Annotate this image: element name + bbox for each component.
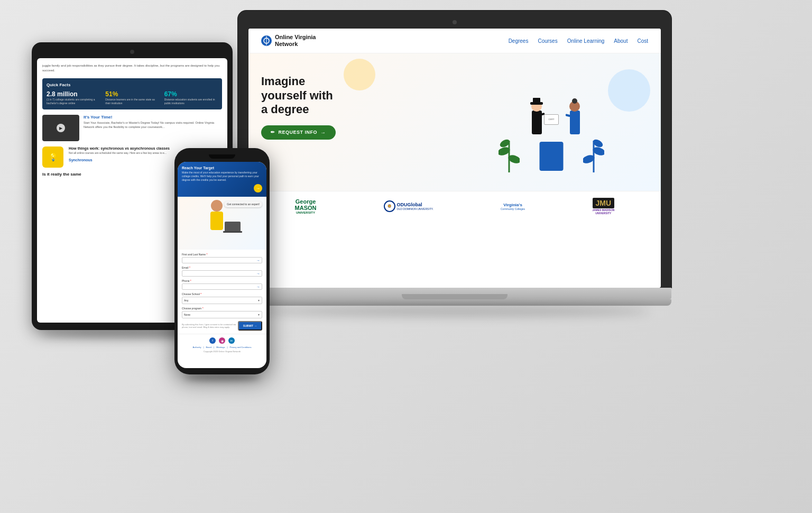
podium [540, 142, 564, 171]
virginia-logo: Virginia's Community Colleges [501, 203, 525, 210]
site-header: Online Virginia Network Degrees Courses … [248, 29, 661, 53]
phone-footer: f ◉ in Authority | Board | Meetings | Pr… [178, 334, 266, 356]
plant-left-icon [499, 130, 520, 172]
laptop-camera [453, 20, 457, 24]
laptop-screen: Online Virginia Network Degrees Courses … [248, 29, 661, 288]
logo-icon [261, 35, 272, 46]
arrow-icon: → [320, 130, 326, 135]
presenter-figure [566, 96, 584, 143]
svg-rect-21 [210, 212, 223, 230]
phone-content: Reach Your Target Make the most of your … [178, 162, 266, 368]
board-link[interactable]: Board [206, 346, 211, 349]
sync-text: How things work: synchronous vs asynchro… [69, 146, 170, 162]
quick-fact-2: 51% Distance learners are in the same st… [105, 90, 159, 105]
phone-illustration: Get connected to an expert! [178, 197, 266, 250]
phone-device: Reach Your Target Make the most of your … [174, 148, 270, 374]
privacy-link[interactable]: Privacy and Conditions [229, 346, 251, 349]
jmu-logo: JMU JAMES MADISONUNIVERSITY [592, 198, 614, 215]
tablet-text-block: juggle family and job responsibilities a… [42, 63, 222, 73]
nav-courses[interactable]: Courses [538, 38, 557, 44]
graduate-figure [528, 96, 546, 143]
social-links: f ◉ in [182, 337, 262, 344]
get-connected-bubble: Get connected to an expert! [224, 201, 262, 207]
nav-degrees[interactable]: Degrees [509, 38, 529, 44]
footer-links: Authority | Board | Meetings | Privacy a… [182, 346, 262, 349]
select-arrow-icon: ▼ [257, 299, 260, 302]
laptop-device: Online Virginia Network Degrees Courses … [238, 11, 671, 306]
tablet-video-section: ▶ It's Your Time! Start Your Associate, … [42, 115, 222, 141]
authority-link[interactable]: Authority [193, 346, 201, 349]
request-icon: ✏ [271, 130, 275, 135]
site-logo: Online Virginia Network [261, 34, 316, 48]
scene: Online Virginia Network Degrees Courses … [0, 0, 812, 513]
video-thumbnail[interactable]: ▶ [42, 115, 79, 141]
tablet-camera [130, 50, 134, 54]
svg-rect-23 [223, 231, 242, 233]
linkedin-icon[interactable]: in [228, 337, 235, 344]
svg-rect-22 [225, 222, 241, 232]
field-name-input[interactable] [182, 257, 262, 263]
quick-fact-1: 2.8 million (1 in 7) college students ar… [47, 90, 100, 105]
facebook-icon[interactable]: f [209, 337, 216, 344]
quick-facts-grid: 2.8 million (1 in 7) college students ar… [47, 90, 218, 105]
phone-screen: Reach Your Target Make the most of your … [178, 162, 266, 368]
svg-rect-16 [570, 111, 580, 134]
nav-about[interactable]: About [614, 38, 628, 44]
site-nav: Degrees Courses Online Learning About Co… [509, 38, 648, 44]
partner-logos: George MASON UNIVERSITY 🦁 ODUGlobal OLD … [248, 191, 661, 221]
request-info-button[interactable]: ✏ REQUEST INFO → [261, 125, 336, 140]
mason-logo: George MASON UNIVERSITY [295, 198, 317, 214]
field-email-label: Email * [182, 266, 262, 269]
field-phone-input[interactable] [182, 283, 262, 290]
laptop-base [238, 288, 671, 299]
school-label: Choose School * [182, 292, 262, 296]
nav-cost[interactable]: Cost [637, 38, 648, 44]
submit-button[interactable]: SUBMIT → [238, 321, 262, 331]
field-name-label: First and Last Name * [182, 253, 262, 256]
svg-point-20 [211, 200, 223, 212]
meetings-link[interactable]: Meetings [216, 346, 225, 349]
field-email-input[interactable] [182, 270, 262, 277]
website: Online Virginia Network Degrees Courses … [248, 29, 661, 288]
reach-title: Reach Your Target [182, 166, 262, 170]
hero-right: CERT [455, 64, 648, 180]
select-arrow-2-icon: ▼ [257, 313, 260, 316]
laptop-foot [238, 299, 671, 306]
program-label: Choose program * [182, 307, 262, 310]
form-submit-row: By submitting this form, I give consent … [182, 321, 262, 331]
phone-notch [209, 154, 235, 159]
copyright: Copyright 2023 Online Virginia Network [182, 350, 262, 353]
certificate: CERT [544, 114, 559, 125]
svg-rect-11 [532, 111, 542, 134]
field-phone-label: Phone * [182, 279, 262, 282]
odu-logo: 🦁 ODUGlobal OLD DOMINION UNIVERSITY. [384, 200, 433, 213]
reach-section: Reach Your Target Make the most of your … [178, 162, 266, 197]
svg-point-18 [572, 98, 577, 104]
blob-yellow [344, 59, 375, 90]
phone-form: First and Last Name * Email * Phone * [178, 250, 266, 334]
form-disclaimer: By submitting this form, I give consent … [182, 323, 238, 328]
svg-rect-14 [533, 98, 540, 103]
reach-arrow[interactable]: → [254, 184, 262, 193]
quick-facts-section: Quick Facts 2.8 million (1 in 7) college… [42, 78, 222, 109]
reach-desc: Make the most of your education experien… [182, 171, 262, 182]
quick-fact-3: 67% Distance education students are enro… [164, 90, 218, 105]
play-button[interactable]: ▶ [57, 124, 65, 132]
site-hero: Imagine yourself with a degree ✏ REQUEST… [248, 53, 661, 191]
plant-right-icon [583, 130, 604, 172]
school-select[interactable]: Any ▼ [182, 297, 262, 304]
sync-icon: 💡 [42, 146, 63, 168]
nav-online-learning[interactable]: Online Learning [567, 38, 605, 44]
quick-facts-title: Quick Facts [47, 83, 218, 87]
submit-arrow-icon: → [254, 324, 257, 327]
logo-text: Online Virginia Network [275, 34, 316, 48]
instagram-icon[interactable]: ◉ [219, 337, 225, 344]
program-select[interactable]: None ▼ [182, 311, 262, 318]
video-text: It's Your Time! Start Your Associate, Ba… [84, 115, 222, 129]
